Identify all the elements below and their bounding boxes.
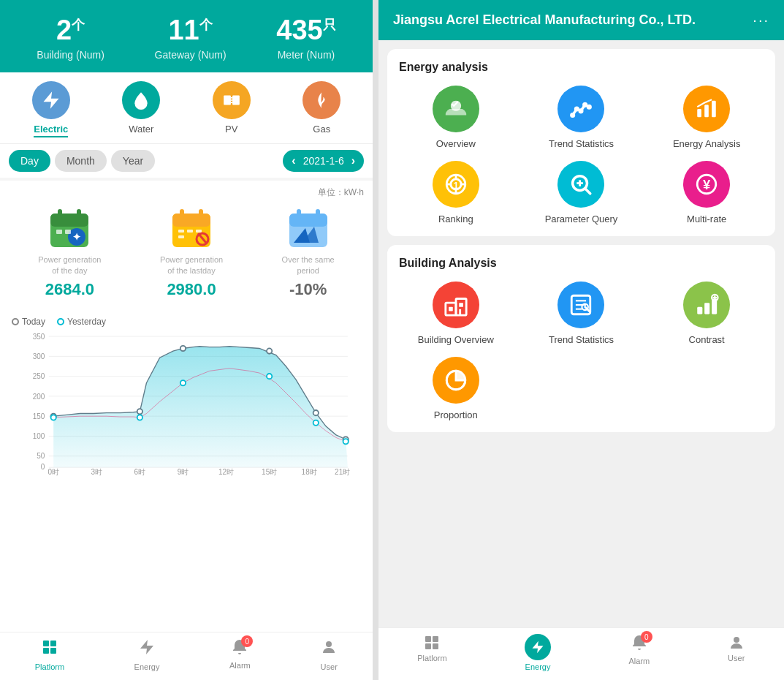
menu-overview[interactable]: Overview <box>399 86 513 149</box>
svg-rect-102 <box>697 307 702 314</box>
right-nav-alarm[interactable]: 0 Alarm <box>629 634 650 671</box>
left-nav-alarm[interactable]: 0 Alarm <box>229 638 251 671</box>
right-alarm-label: Alarm <box>629 657 650 665</box>
day-btn[interactable]: Day <box>9 150 50 172</box>
svg-text:3时: 3时 <box>91 468 102 476</box>
right-nav-platform[interactable]: Platlorm <box>417 634 446 671</box>
svg-rect-17 <box>178 230 184 233</box>
svg-rect-11 <box>56 230 62 234</box>
legend-yesterday: Yesterday <box>57 317 106 327</box>
menu-multi-rate[interactable]: ¥ Multi-rate <box>650 161 764 224</box>
svg-rect-93 <box>449 307 453 311</box>
right-user-icon <box>728 634 745 651</box>
alarm-badge: 0 <box>241 635 253 647</box>
left-nav-user[interactable]: User <box>320 638 338 671</box>
svg-text:6时: 6时 <box>134 468 146 476</box>
svg-point-115 <box>734 637 739 643</box>
svg-point-73 <box>574 106 579 111</box>
date-navigator: ‹ 2021-1-6 › <box>283 150 364 172</box>
energy-type-gas[interactable]: Gas <box>302 81 340 137</box>
left-nav-energy[interactable]: Energy <box>134 638 160 671</box>
menu-ranking[interactable]: 1 Ranking <box>399 161 513 224</box>
line-chart: 350 300 250 200 150 100 50 0 0时 3时 <box>9 330 364 476</box>
menu-building-overview[interactable]: Building Overview <box>399 282 513 345</box>
today-calendar-icon: ✦ <box>47 206 91 250</box>
gateway-label: Gateway (Num) <box>155 49 227 61</box>
svg-text:300: 300 <box>33 352 45 360</box>
header-stats: 2个 Building (Num) 11个 Gateway (Num) 435只… <box>0 0 373 72</box>
menu-proportion[interactable]: Proportion <box>399 357 513 420</box>
svg-rect-14 <box>172 214 210 227</box>
building-trend-label: Trend Statistics <box>549 334 614 345</box>
stats-section: 单位：kW·h ✦ Power generationof the day 268… <box>0 181 373 308</box>
svg-text:0: 0 <box>41 463 45 471</box>
right-header-dots[interactable]: ··· <box>753 12 769 29</box>
building-analysis-card: Building Analysis Building Overview <box>387 245 775 432</box>
right-nav-user[interactable]: User <box>728 634 745 671</box>
period-calendar-icon <box>286 206 330 250</box>
energy-analysis-item-label: Energy Analysis <box>673 138 741 149</box>
left-nav-platform[interactable]: Platlorm <box>35 638 64 671</box>
building-analysis-grid: Building Overview Trend Statistic <box>399 282 764 420</box>
pv-icon <box>213 81 251 119</box>
meter-label: Meter (Num) <box>276 49 335 61</box>
date-controls: Day Month Year ‹ 2021-1-6 › <box>0 144 373 178</box>
current-date: 2021-1-6 <box>303 155 344 167</box>
water-icon <box>122 81 160 119</box>
chart-container: 350 300 250 200 150 100 50 0 0时 3时 <box>3 330 370 498</box>
prev-date-btn[interactable]: ‹ <box>292 154 295 167</box>
svg-rect-112 <box>433 636 438 642</box>
menu-contrast[interactable]: Contrast <box>650 282 764 345</box>
menu-trend-stats[interactable]: Trend Statistics <box>525 86 639 149</box>
svg-text:9时: 9时 <box>178 468 189 476</box>
unit-label: 单位：kW·h <box>9 186 364 199</box>
right-nav-energy[interactable]: Energy <box>525 634 551 671</box>
left-alarm-label: Alarm <box>229 661 251 670</box>
contrast-label: Contrast <box>689 334 725 345</box>
today-legend-label: Today <box>22 317 45 327</box>
svg-text:21时: 21时 <box>335 468 350 476</box>
energy-type-pv[interactable]: PV <box>213 81 251 137</box>
svg-rect-113 <box>425 643 431 649</box>
right-alarm-badge: 0 <box>641 631 652 643</box>
energy-type-electric[interactable]: Electric <box>32 81 70 137</box>
svg-rect-84 <box>454 189 457 194</box>
lastday-calendar-icon <box>170 206 213 250</box>
svg-text:100: 100 <box>33 432 45 440</box>
contrast-circle <box>683 282 730 328</box>
svg-text:¥: ¥ <box>703 177 711 192</box>
svg-point-74 <box>571 113 576 118</box>
proportion-label: Proportion <box>434 409 478 420</box>
svg-rect-76 <box>704 105 709 117</box>
building-trend-circle <box>557 282 604 328</box>
svg-point-64 <box>343 439 349 444</box>
building-num: 2个 <box>37 15 104 46</box>
user-nav-icon <box>320 638 338 660</box>
svg-point-61 <box>180 380 186 385</box>
trend-stats-label: Trend Statistics <box>549 138 614 149</box>
svg-rect-77 <box>712 101 716 118</box>
svg-rect-20 <box>178 235 184 238</box>
year-btn[interactable]: Year <box>111 150 155 172</box>
right-user-label: User <box>728 654 745 662</box>
right-bottom-nav: Platlorm Energy 0 Alarm Us <box>378 627 784 680</box>
svg-rect-10 <box>77 209 81 219</box>
svg-rect-114 <box>433 643 438 649</box>
right-header: Jiangsu Acrel Electrical Manufacturing C… <box>378 0 784 40</box>
svg-rect-111 <box>425 636 431 642</box>
water-label: Water <box>129 124 153 135</box>
energy-type-water[interactable]: Water <box>122 81 160 137</box>
building-unit: 个 <box>72 18 85 32</box>
menu-energy-analysis[interactable]: Energy Analysis <box>650 86 764 149</box>
building-label: Building (Num) <box>37 49 104 61</box>
right-energy-icon <box>530 640 545 654</box>
menu-param-query[interactable]: Parameter Query <box>525 161 639 224</box>
svg-text:1: 1 <box>453 180 458 191</box>
next-date-btn[interactable]: › <box>351 154 355 167</box>
electric-icon <box>32 81 70 119</box>
meter-stat: 435只 Meter (Num) <box>276 15 335 61</box>
param-query-label: Parameter Query <box>545 214 618 224</box>
energy-nav-icon <box>138 638 156 660</box>
menu-building-trend[interactable]: Trend Statistics <box>525 282 639 345</box>
month-btn[interactable]: Month <box>55 150 107 172</box>
